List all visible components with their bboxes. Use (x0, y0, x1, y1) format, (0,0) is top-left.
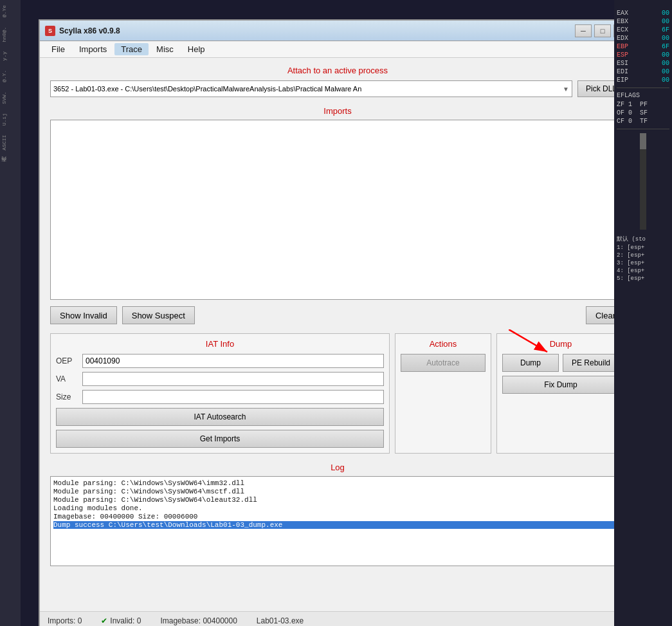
log-line-3: Loading modules done. (53, 504, 622, 512)
code-line-5: 5: [esp+ (617, 275, 669, 282)
right-scrollbar[interactable] (640, 133, 646, 230)
imports-status: Imports: 0 (48, 616, 82, 625)
menu-file[interactable]: File (45, 43, 71, 55)
code-line-4: 4: [esp+ (617, 268, 669, 274)
zf-row: ZF 1 PF (617, 101, 669, 108)
reg-value-eip: 00 (662, 77, 669, 84)
reg-value-esp: 00 (662, 51, 669, 59)
eflags-label: EFLAGS (617, 92, 669, 99)
log-section: Log Module parsing: C:\Windows\SysWOW64\… (50, 463, 625, 566)
minimize-button[interactable]: ─ (575, 24, 592, 37)
reg-value-esi: 00 (662, 60, 669, 67)
register-eax: EAX00 (617, 10, 669, 17)
menu-trace[interactable]: Trace (114, 43, 149, 55)
of-row: OF 0 SF (617, 109, 669, 116)
reg-divider (617, 87, 669, 88)
size-label: Size (56, 392, 78, 401)
fix-dump-button[interactable]: Fix Dump (502, 376, 619, 394)
log-line-0: Module parsing: C:\Windows\SysWOW64\imm3… (53, 479, 622, 487)
menu-imports[interactable]: Imports (73, 43, 113, 55)
log-title: Log (50, 463, 625, 472)
log-line-5: Dump success C:\Users\test\Downloads\Lab… (53, 521, 622, 529)
arrow-container: Dump PE Rebuild (502, 354, 619, 372)
left-sidebar-text: 内存 ASCII U.ij SVW. @.Y. y.y hn0@. @.Ye (0, 0, 10, 171)
reg-name-esp: ESP (617, 51, 628, 59)
va-input[interactable] (82, 372, 384, 386)
register-esi: ESI00 (617, 60, 669, 67)
iat-autosearch-button[interactable]: IAT Autosearch (56, 408, 384, 426)
va-row: VA (56, 372, 384, 386)
dump-panel: Dump Dump PE Rebuild (496, 333, 625, 454)
imports-status-label: Imports: 0 (48, 616, 82, 625)
process-value: 3652 - Lab01-03.exe - C:\Users\test\Desk… (53, 85, 361, 93)
oep-label: OEP (56, 356, 78, 365)
autotrace-button[interactable]: Autotrace (401, 354, 486, 372)
main-window: S Scylla x86 v0.9.8 ─ □ ✕ File Imports T… (39, 19, 637, 626)
log-line-1: Module parsing: C:\Windows\SysWOW64\msct… (53, 488, 622, 495)
pe-rebuild-button[interactable]: PE Rebuild (563, 354, 619, 372)
reg-name-ebp: EBP (617, 43, 628, 50)
code-line-1: 1: [esp+ (617, 244, 669, 251)
size-input[interactable] (82, 390, 384, 404)
menu-help[interactable]: Help (181, 43, 212, 55)
process-dropdown[interactable]: 3652 - Lab01-03.exe - C:\Users\test\Desk… (50, 80, 572, 97)
module-status: Lab01-03.exe (257, 616, 304, 625)
cf-row: CF 0 TF (617, 118, 669, 125)
register-ecx: ECX6F (617, 26, 669, 33)
code-line-3: 3: [esp+ (617, 260, 669, 266)
reg-name-edi: EDI (617, 68, 628, 75)
reg-value-edi: 00 (662, 68, 669, 75)
attach-label: Attach to an active process (50, 66, 625, 75)
register-list: EAX00EBX00ECX6FEDX00EBP6FESP00ESI00EDI00… (617, 10, 669, 84)
title-bar: S Scylla x86 v0.9.8 ─ □ ✕ (40, 21, 635, 41)
imagebase-status: Imagebase: 00400000 (160, 616, 237, 625)
oep-input[interactable] (82, 354, 384, 368)
code-area: 默认 (sto1: [esp+2: [esp+3: [esp+4: [esp+5… (617, 235, 669, 282)
maximize-button[interactable]: □ (594, 24, 611, 37)
menu-misc[interactable]: Misc (150, 43, 180, 55)
reg-name-eip: EIP (617, 77, 628, 84)
actions-panel: Actions Autotrace (395, 333, 491, 454)
log-box[interactable]: Module parsing: C:\Windows\SysWOW64\imm3… (50, 476, 625, 566)
reg-name-ecx: ECX (617, 26, 628, 33)
reg-value-eax: 00 (662, 10, 669, 17)
actions-title: Actions (401, 339, 486, 349)
bottom-section: IAT Info OEP VA Size IAT Autosearch Get … (50, 333, 625, 454)
va-label: VA (56, 374, 78, 383)
reg-name-ebx: EBX (617, 18, 628, 25)
log-line-4: Imagebase: 00400000 Size: 00006000 (53, 513, 622, 520)
module-status-label: Lab01-03.exe (257, 616, 304, 625)
right-scrollbar-thumb (640, 133, 646, 149)
reg-value-ecx: 6F (662, 26, 669, 33)
dump-button[interactable]: Dump (502, 354, 559, 372)
register-edx: EDX00 (617, 35, 669, 42)
status-bar: Imports: 0 ✔ Invalid: 0 Imagebase: 00400… (40, 611, 635, 626)
reg-value-edx: 00 (662, 35, 669, 42)
dump-title: Dump (502, 339, 619, 349)
code-line-2: 2: [esp+ (617, 252, 669, 259)
get-imports-button[interactable]: Get Imports (56, 430, 384, 448)
content-area: Attach to an active process 3652 - Lab01… (40, 58, 635, 611)
imports-button-row: Show Invalid Show Suspect Clear (50, 306, 625, 324)
iat-buttons: IAT Autosearch Get Imports (56, 408, 384, 448)
app-icon: S (45, 26, 55, 36)
size-row: Size (56, 390, 384, 404)
left-sidebar: 内存 ASCII U.ij SVW. @.Y. y.y hn0@. @.Ye (0, 0, 21, 626)
eflags-section: EFLAGS ZF 1 PF OF 0 SF CF 0 TF (617, 92, 669, 125)
show-suspect-button[interactable]: Show Suspect (122, 306, 195, 324)
register-esp: ESP00 (617, 51, 669, 59)
iat-info-panel: IAT Info OEP VA Size IAT Autosearch Get … (50, 333, 390, 454)
show-invalid-button[interactable]: Show Invalid (50, 306, 117, 324)
dropdown-arrow-icon: ▼ (563, 86, 569, 93)
check-icon: ✔ (101, 616, 107, 625)
register-ebp: EBP6F (617, 43, 669, 50)
register-ebx: EBX00 (617, 18, 669, 25)
reg-name-edx: EDX (617, 35, 628, 42)
imports-label: Imports (50, 106, 625, 116)
reg-value-ebx: 00 (662, 18, 669, 25)
imports-box (50, 120, 625, 300)
invalid-status-label: Invalid: 0 (110, 616, 141, 625)
invalid-status: ✔ Invalid: 0 (101, 616, 141, 625)
code-line-0: 默认 (sto (617, 235, 669, 243)
flags-divider (617, 129, 669, 129)
